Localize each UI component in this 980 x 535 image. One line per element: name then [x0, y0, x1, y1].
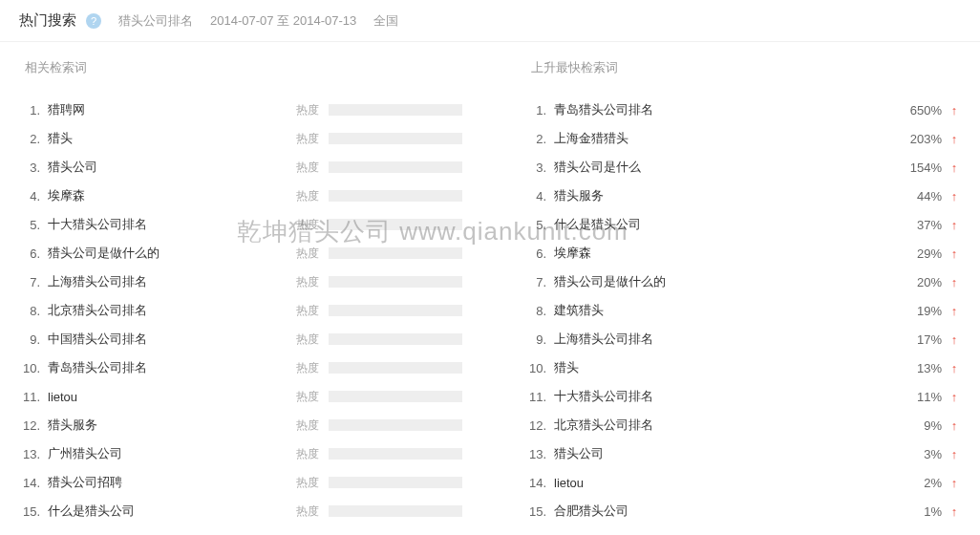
- heat-label: 热度: [296, 131, 323, 147]
- rank: 15.: [525, 504, 554, 519]
- rank: 6.: [19, 246, 48, 261]
- rank: 14.: [19, 476, 48, 490]
- related-term-row: 6.猎头公司是做什么的热度: [19, 239, 487, 268]
- arrow-up-icon: ↑: [948, 103, 961, 118]
- rank: 1.: [19, 103, 48, 118]
- heat-label: 热度: [296, 417, 323, 434]
- rank: 4.: [525, 189, 554, 203]
- term-link[interactable]: 什么是猎头公司: [48, 503, 296, 520]
- heat-label: 热度: [296, 446, 323, 462]
- term-link[interactable]: 猎头公司: [554, 445, 900, 462]
- help-icon[interactable]: ?: [86, 13, 101, 29]
- rank: 10.: [525, 361, 554, 375]
- percent-change: 203%: [900, 132, 948, 146]
- percent-change: 44%: [900, 189, 948, 203]
- term-link[interactable]: 猎头公司招聘: [48, 474, 296, 491]
- rising-term-row: 6.埃摩森29%↑: [525, 239, 961, 268]
- rank: 6.: [525, 246, 554, 261]
- term-link[interactable]: 北京猎头公司排名: [554, 417, 900, 434]
- rising-term-row: 11.十大猎头公司排名11%↑: [525, 382, 961, 411]
- arrow-up-icon: ↑: [948, 275, 961, 289]
- arrow-up-icon: ↑: [948, 189, 961, 203]
- term-link[interactable]: 上海猎头公司排名: [48, 273, 296, 290]
- term-link[interactable]: 猎头公司是做什么的: [554, 273, 900, 290]
- term-link[interactable]: 青岛猎头公司排名: [554, 101, 900, 118]
- percent-change: 11%: [900, 390, 948, 404]
- rank: 5.: [525, 218, 554, 232]
- term-link[interactable]: 广州猎头公司: [48, 445, 296, 462]
- related-term-row: 14.猎头公司招聘热度: [19, 468, 487, 497]
- heat-bar: [329, 161, 462, 173]
- percent-change: 650%: [900, 103, 948, 118]
- page-title: 热门搜索: [19, 11, 76, 30]
- arrow-up-icon: ↑: [948, 132, 961, 146]
- rank: 2.: [525, 132, 554, 146]
- percent-change: 3%: [900, 447, 948, 461]
- term-link[interactable]: lietou: [554, 476, 900, 490]
- term-link[interactable]: 猎头服务: [554, 187, 900, 204]
- arrow-up-icon: ↑: [948, 447, 961, 461]
- rising-term-row: 15.合肥猎头公司1%↑: [525, 497, 961, 525]
- rank: 11.: [525, 390, 554, 404]
- arrow-up-icon: ↑: [948, 390, 961, 404]
- term-link[interactable]: 建筑猎头: [554, 302, 900, 319]
- heat-label: 热度: [296, 188, 323, 204]
- arrow-up-icon: ↑: [948, 361, 961, 375]
- heat-bar: [329, 133, 462, 144]
- related-term-row: 11.lietou热度: [19, 382, 487, 411]
- rising-term-row: 13.猎头公司3%↑: [525, 439, 961, 468]
- term-link[interactable]: 猎聘网: [48, 101, 296, 118]
- heat-label: 热度: [296, 503, 323, 520]
- rising-terms-title: 上升最快检索词: [525, 59, 961, 76]
- related-term-row: 9.中国猎头公司排名热度: [19, 325, 487, 353]
- term-link[interactable]: 猎头服务: [48, 417, 296, 434]
- term-link[interactable]: 上海金猎猎头: [554, 130, 900, 147]
- heat-bar: [329, 391, 462, 402]
- rising-term-row: 4.猎头服务44%↑: [525, 182, 961, 210]
- rank: 4.: [19, 189, 48, 203]
- term-link[interactable]: 上海猎头公司排名: [554, 331, 900, 348]
- rising-term-row: 2.上海金猎猎头203%↑: [525, 124, 961, 153]
- related-terms-title: 相关检索词: [19, 59, 487, 76]
- percent-change: 2%: [900, 476, 948, 490]
- arrow-up-icon: ↑: [948, 332, 961, 347]
- related-term-row: 12.猎头服务热度: [19, 411, 487, 439]
- term-link[interactable]: 埃摩森: [48, 187, 296, 204]
- term-link[interactable]: 猎头: [48, 130, 296, 147]
- term-link[interactable]: 北京猎头公司排名: [48, 302, 296, 319]
- related-term-row: 3.猎头公司热度: [19, 153, 487, 182]
- rising-term-row: 9.上海猎头公司排名17%↑: [525, 325, 961, 353]
- rank: 3.: [525, 160, 554, 175]
- term-link[interactable]: 猎头公司: [48, 159, 296, 176]
- term-link[interactable]: 十大猎头公司排名: [48, 216, 296, 233]
- heat-label: 热度: [296, 332, 323, 348]
- term-link[interactable]: lietou: [48, 390, 296, 404]
- term-link[interactable]: 十大猎头公司排名: [554, 388, 900, 405]
- heat-bar: [329, 333, 462, 345]
- term-link[interactable]: 中国猎头公司排名: [48, 331, 296, 348]
- related-term-row: 2.猎头热度: [19, 124, 487, 153]
- percent-change: 29%: [900, 246, 948, 261]
- rank: 3.: [19, 160, 48, 175]
- term-link[interactable]: 合肥猎头公司: [554, 503, 900, 520]
- heat-label: 热度: [296, 475, 323, 491]
- term-link[interactable]: 猎头公司是做什么的: [48, 245, 296, 262]
- heat-bar: [329, 305, 462, 316]
- percent-change: 20%: [900, 275, 948, 289]
- related-terms-column: 相关检索词 1.猎聘网热度2.猎头热度3.猎头公司热度4.埃摩森热度5.十大猎头…: [19, 59, 487, 525]
- heat-label: 热度: [296, 160, 323, 176]
- term-link[interactable]: 埃摩森: [554, 245, 900, 262]
- rising-term-row: 12.北京猎头公司排名9%↑: [525, 411, 961, 439]
- header-date-range: 2014-07-07 至 2014-07-13: [210, 12, 356, 30]
- term-link[interactable]: 什么是猎头公司: [554, 216, 900, 233]
- related-term-row: 13.广州猎头公司热度: [19, 439, 487, 468]
- rank: 5.: [19, 218, 48, 232]
- percent-change: 37%: [900, 218, 948, 232]
- header-region: 全国: [373, 12, 398, 30]
- term-link[interactable]: 猎头公司是什么: [554, 159, 900, 176]
- term-link[interactable]: 猎头: [554, 359, 900, 376]
- rising-term-row: 5.什么是猎头公司37%↑: [525, 210, 961, 239]
- rising-terms-column: 上升最快检索词 1.青岛猎头公司排名650%↑2.上海金猎猎头203%↑3.猎头…: [516, 59, 961, 525]
- term-link[interactable]: 青岛猎头公司排名: [48, 359, 296, 376]
- related-term-row: 4.埃摩森热度: [19, 182, 487, 210]
